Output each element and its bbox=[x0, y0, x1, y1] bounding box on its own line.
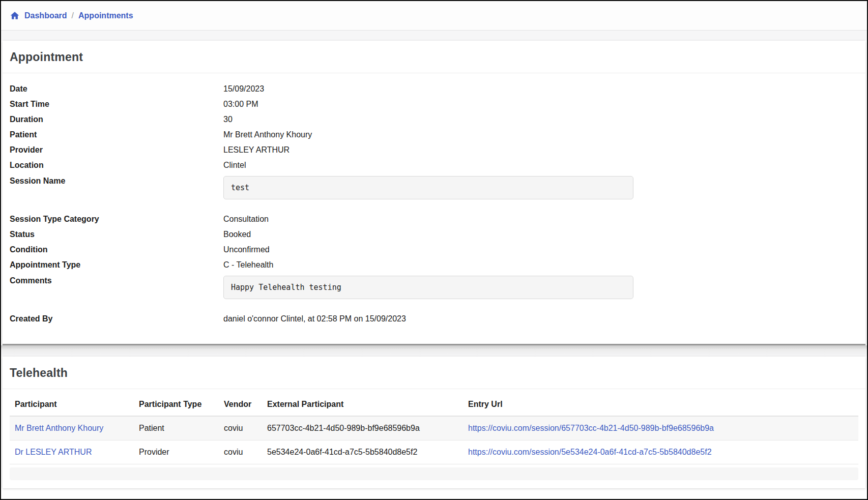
participant-link[interactable]: Mr Brett Anthony Khoury bbox=[15, 424, 103, 432]
appointment-card: Appointment Date 15/09/2023 Start Time 0… bbox=[3, 41, 865, 345]
column-header-participant: Participant bbox=[10, 392, 134, 416]
entry-url-link[interactable]: https://coviu.com/session/657703cc-4b21-… bbox=[468, 424, 714, 432]
column-header-vendor: Vendor bbox=[219, 392, 262, 416]
field-value-created-by: daniel o'connor Clintel, at 02:58 PM on … bbox=[223, 314, 858, 324]
table-row: Mr Brett Anthony Khoury Patient coviu 65… bbox=[10, 416, 858, 440]
column-header-entry-url: Entry Url bbox=[463, 392, 858, 416]
external-participant-cell: 657703cc-4b21-4d50-989b-bf9e68596b9a bbox=[262, 416, 463, 440]
field-row-session-name: Session Name bbox=[10, 173, 858, 202]
appointment-title: Appointment bbox=[10, 50, 858, 64]
field-row-created-by: Created By daniel o'connor Clintel, at 0… bbox=[10, 311, 858, 327]
field-label-start-time: Start Time bbox=[10, 99, 223, 109]
table-row: Dr LESLEY ARTHUR Provider coviu 5e534e24… bbox=[10, 440, 858, 464]
field-row-duration: Duration 30 bbox=[10, 112, 858, 127]
field-row-comments: Comments bbox=[10, 273, 858, 302]
field-value-status: Booked bbox=[223, 229, 858, 240]
field-label-status: Status bbox=[10, 229, 223, 240]
field-row-date: Date 15/09/2023 bbox=[10, 81, 858, 97]
breadcrumb-separator: / bbox=[72, 11, 74, 20]
participant-link[interactable]: Dr LESLEY ARTHUR bbox=[15, 448, 92, 456]
participant-type-cell: Provider bbox=[134, 440, 219, 464]
appointment-card-header: Appointment bbox=[3, 41, 865, 73]
field-value-patient: Mr Brett Anthony Khoury bbox=[223, 130, 858, 140]
field-label-comments: Comments bbox=[10, 276, 223, 286]
breadcrumb: Dashboard / Appointments bbox=[10, 11, 133, 20]
home-icon[interactable] bbox=[10, 11, 20, 20]
telehealth-table-wrap: Participant Participant Type Vendor Exte… bbox=[3, 389, 865, 464]
field-label-provider: Provider bbox=[10, 145, 223, 155]
table-footer-strip bbox=[10, 467, 858, 480]
field-label-session-type-category: Session Type Category bbox=[10, 214, 223, 224]
telehealth-table: Participant Participant Type Vendor Exte… bbox=[10, 392, 858, 464]
field-label-condition: Condition bbox=[10, 245, 223, 255]
field-value-duration: 30 bbox=[223, 114, 858, 125]
telehealth-title: Telehealth bbox=[10, 366, 858, 380]
field-row-status: Status Booked bbox=[10, 227, 858, 242]
breadcrumb-bar: Dashboard / Appointments bbox=[1, 1, 867, 31]
field-row-location: Location Clintel bbox=[10, 158, 858, 173]
card-divider bbox=[1, 345, 867, 357]
field-row-session-type-category: Session Type Category Consultation bbox=[10, 212, 858, 227]
session-name-input[interactable] bbox=[223, 176, 633, 199]
breadcrumb-link-dashboard[interactable]: Dashboard bbox=[24, 11, 67, 20]
telehealth-card: Telehealth Participant Participant Type … bbox=[3, 357, 865, 488]
field-value-condition: Unconfirmed bbox=[223, 245, 858, 255]
field-row-appointment-type: Appointment Type C - Telehealth bbox=[10, 257, 858, 273]
table-header-row: Participant Participant Type Vendor Exte… bbox=[10, 392, 858, 416]
field-row-start-time: Start Time 03:00 PM bbox=[10, 97, 858, 112]
field-label-location: Location bbox=[10, 160, 223, 170]
field-value-date: 15/09/2023 bbox=[223, 84, 858, 94]
external-participant-cell: 5e534e24-0a6f-41cd-a7c5-5b5840d8e5f2 bbox=[262, 440, 463, 464]
vendor-cell: coviu bbox=[219, 416, 262, 440]
app-window: Dashboard / Appointments Appointment Dat… bbox=[0, 0, 868, 500]
column-header-participant-type: Participant Type bbox=[134, 392, 219, 416]
page-gap bbox=[1, 31, 867, 41]
appointment-fields: Date 15/09/2023 Start Time 03:00 PM Dura… bbox=[3, 73, 865, 344]
field-label-created-by: Created By bbox=[10, 314, 223, 324]
field-label-patient: Patient bbox=[10, 130, 223, 140]
field-value-provider: LESLEY ARTHUR bbox=[223, 145, 858, 155]
field-label-appointment-type: Appointment Type bbox=[10, 260, 223, 270]
field-label-date: Date bbox=[10, 84, 223, 94]
field-row-condition: Condition Unconfirmed bbox=[10, 242, 858, 257]
breadcrumb-link-appointments[interactable]: Appointments bbox=[78, 11, 133, 20]
participant-type-cell: Patient bbox=[134, 416, 219, 440]
field-value-appointment-type: C - Telehealth bbox=[223, 260, 858, 270]
comments-input[interactable] bbox=[223, 276, 633, 299]
field-label-session-name: Session Name bbox=[10, 176, 223, 186]
entry-url-link[interactable]: https://coviu.com/session/5e534e24-0a6f-… bbox=[468, 448, 712, 456]
vendor-cell: coviu bbox=[219, 440, 262, 464]
telehealth-card-header: Telehealth bbox=[3, 357, 865, 389]
field-row-provider: Provider LESLEY ARTHUR bbox=[10, 142, 858, 158]
column-header-external-participant: External Participant bbox=[262, 392, 463, 416]
field-value-session-type-category: Consultation bbox=[223, 214, 858, 224]
field-row-patient: Patient Mr Brett Anthony Khoury bbox=[10, 127, 858, 142]
field-label-duration: Duration bbox=[10, 114, 223, 125]
field-value-start-time: 03:00 PM bbox=[223, 99, 858, 109]
field-value-location: Clintel bbox=[223, 160, 858, 170]
